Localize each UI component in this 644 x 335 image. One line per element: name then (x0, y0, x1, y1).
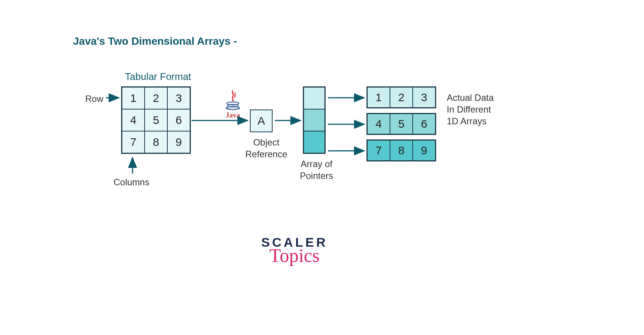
array-cell: 1 (367, 87, 390, 108)
pointer-stack (303, 86, 326, 154)
array-1d-row3: 7 8 9 (366, 139, 436, 161)
object-reference-label: Object Reference (245, 136, 287, 160)
actual-data-label: Actual Data In Different 1D Arrays (447, 92, 494, 127)
array-of-pointers-label: Array of Pointers (300, 158, 333, 182)
topics-text: Topics (261, 244, 328, 266)
array-1d-row2: 4 5 6 (366, 113, 436, 135)
columns-label: Columns (114, 176, 150, 188)
row-label: Row (85, 93, 103, 105)
array-cell: 8 (390, 140, 413, 161)
diagram-title: Java's Two Dimensional Arrays - (73, 35, 237, 47)
pointer-cell (304, 87, 325, 109)
array-cell: 7 (367, 140, 390, 161)
array-1d-row1: 1 2 3 (366, 86, 436, 108)
object-reference-box: A (250, 110, 273, 132)
grid-cell: 2 (145, 87, 167, 109)
array-cell: 5 (390, 114, 413, 134)
scaler-topics-logo: SCALER Topics (261, 235, 328, 266)
grid-cell: 4 (122, 109, 145, 131)
java-cup-icon (224, 90, 242, 111)
grid-cell: 3 (167, 87, 190, 109)
java-logo-text: Java (226, 111, 240, 119)
grid-cell: 1 (122, 87, 145, 109)
grid-cell: 8 (145, 131, 167, 153)
pointer-cell (304, 109, 325, 131)
grid-cell: 5 (145, 109, 167, 131)
array-cell: 6 (413, 114, 435, 134)
grid-cell: 7 (122, 131, 145, 153)
array-cell: 3 (413, 87, 435, 108)
pointer-cell (304, 131, 325, 153)
array-cell: 9 (413, 140, 435, 161)
tabular-grid: 1 2 3 4 5 6 7 8 9 (121, 86, 191, 154)
array-cell: 4 (367, 114, 390, 134)
array-cell: 2 (390, 87, 413, 108)
grid-cell: 9 (167, 131, 190, 153)
grid-cell: 6 (167, 109, 190, 131)
java-logo: Java (220, 85, 246, 119)
tabular-format-label: Tabular Format (125, 70, 191, 83)
